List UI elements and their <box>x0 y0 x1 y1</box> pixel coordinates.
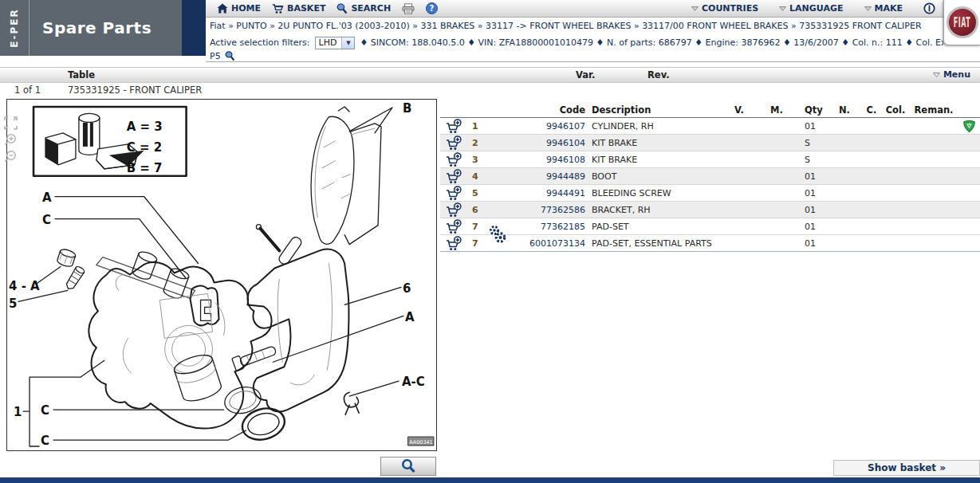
show-basket-button[interactable]: Show basket » <box>833 460 980 476</box>
part-code[interactable]: 9946104 <box>507 138 585 148</box>
row-number: 6 <box>467 205 486 215</box>
drawing-title: 735331925 - FRONT CALIPER <box>68 84 202 96</box>
svg-text:AA00341: AA00341 <box>409 439 433 446</box>
part-description: CYLINDER, RH <box>585 121 720 132</box>
row-number: 1 <box>467 121 486 132</box>
part-code[interactable]: 77362185 <box>507 222 585 232</box>
part-code[interactable]: 9944491 <box>507 188 585 198</box>
callout-5: 5 <box>9 296 17 311</box>
add-to-basket-button[interactable] <box>440 152 467 168</box>
page-indicator: 1 of 1 <box>14 84 41 96</box>
filter-search-icon[interactable] <box>225 51 235 61</box>
fiat-logo-text: FIAT <box>954 15 970 30</box>
basket-button[interactable]: BASKET <box>272 3 325 14</box>
drive-select-value: LHD <box>316 37 342 48</box>
print-button[interactable] <box>402 3 415 14</box>
table-row[interactable]: 4 9944489 BOOT 01 <box>440 168 980 185</box>
chevron-down-icon <box>864 6 872 11</box>
add-to-basket-button[interactable] <box>440 169 467 185</box>
zoom-out-icon[interactable] <box>4 150 18 163</box>
search-button[interactable]: SEARCH <box>337 3 391 14</box>
callout-6: 6 <box>403 281 411 296</box>
select-arrow-icon: ▼ <box>341 37 354 49</box>
parts-table-body: 1 9946107 CYLINDER, RH 01 <box>440 118 980 252</box>
diagram-search-button[interactable] <box>380 457 436 476</box>
zoom-in-icon[interactable] <box>4 133 18 147</box>
info-icon <box>923 2 935 14</box>
info-button[interactable] <box>923 2 935 14</box>
table-row[interactable]: 1 9946107 CYLINDER, RH 01 <box>440 118 980 135</box>
nav-right-group: COUNTRIES LANGUAGE MAKE <box>671 2 935 14</box>
help-button[interactable]: ? <box>426 2 438 14</box>
piston-drawing <box>172 351 223 405</box>
guide-pin-drawing <box>232 344 277 371</box>
add-to-basket-button[interactable] <box>440 186 467 202</box>
row-number: 2 <box>467 138 486 148</box>
part-description: PAD-SET <box>585 222 720 232</box>
add-to-basket-icon <box>445 219 462 235</box>
add-to-basket-button[interactable] <box>440 135 467 151</box>
filters-values: ♦ SINCOM: 188.040.5.0 ♦ VIN: ZFA18800001… <box>360 37 943 48</box>
countries-menu[interactable]: COUNTRIES <box>691 3 758 14</box>
add-to-basket-button[interactable] <box>440 219 467 235</box>
home-label: HOME <box>231 3 261 14</box>
brand-block: E-PER Spare Parts <box>0 0 182 56</box>
part-qty: 01 <box>795 222 827 232</box>
fiat-logo-circle: FIAT <box>947 6 978 38</box>
table-row[interactable]: 7 77362185 PAD-SET 01 <box>440 218 980 235</box>
row-number: 3 <box>467 155 486 165</box>
printer-icon <box>402 3 415 14</box>
add-to-basket-icon <box>445 186 462 202</box>
caliper-body-drawing <box>89 262 271 429</box>
fiat-logo[interactable]: FIAT <box>943 0 980 45</box>
part-description: PAD-SET, ESSENTIAL PARTS <box>585 238 720 249</box>
help-icon: ? <box>426 2 438 14</box>
countries-label: COUNTRIES <box>702 3 758 14</box>
table-row[interactable]: 5 9944491 BLEEDING SCREW 01 <box>440 185 980 202</box>
part-description: KIT BRAKE <box>585 138 720 148</box>
row-number: 7 <box>467 238 486 249</box>
part-qty: 01 <box>795 205 827 215</box>
col-n: N. <box>827 104 862 116</box>
chevron-down-icon <box>933 73 940 77</box>
add-to-basket-icon <box>445 236 462 252</box>
part-code[interactable]: 9946108 <box>507 155 585 165</box>
callout-c-bottom2: C <box>41 434 49 448</box>
make-menu[interactable]: MAKE <box>864 3 903 14</box>
part-qty: 01 <box>795 121 827 132</box>
drive-select[interactable]: LHD ▼ <box>315 37 356 49</box>
reman-icon <box>962 120 976 133</box>
part-qty: 01 <box>795 171 827 182</box>
col-code: Code <box>507 104 585 116</box>
chevron-down-icon <box>691 6 699 11</box>
brand-accent-strip <box>182 0 206 56</box>
legend-box <box>33 107 187 176</box>
legend-line-c: C = 2 <box>127 140 162 155</box>
table-row[interactable]: 6 77362586 BRACKET, RH 01 <box>440 202 980 218</box>
app-title: Spare Parts <box>30 18 152 37</box>
add-to-basket-button[interactable] <box>440 202 467 218</box>
col-m: M. <box>758 104 795 116</box>
table-row[interactable]: 3 9946108 KIT BRAKE S <box>440 151 980 168</box>
table-row[interactable]: 2 9946104 KIT BRAKE S <box>440 135 980 151</box>
breadcrumb: Fiat » PUNTO » 2U PUNTO FL.'03 (2003-201… <box>206 18 943 34</box>
part-code[interactable]: 9946107 <box>507 121 585 132</box>
part-code[interactable]: 6001073134 <box>507 238 585 249</box>
legend-line-b: B = 7 <box>127 161 163 175</box>
language-menu[interactable]: LANGUAGE <box>779 3 843 14</box>
home-button[interactable]: HOME <box>217 3 261 14</box>
fit-view-icon[interactable] <box>4 116 18 130</box>
eper-vertical-logo: E-PER <box>0 0 30 56</box>
add-to-basket-icon <box>445 135 462 151</box>
part-code[interactable]: 9944489 <box>507 171 585 182</box>
part-qty: S <box>795 155 827 165</box>
legend-line-a: A = 3 <box>127 120 163 134</box>
add-to-basket-button[interactable] <box>440 236 467 252</box>
callout-c-bottom1: C <box>41 403 49 418</box>
table-toolbar: Table Var. Rev. Menu <box>0 67 980 83</box>
table-row[interactable]: 7 6001073134 PAD-SET, ESSENTIAL PARTS 01 <box>440 235 980 252</box>
add-to-basket-button[interactable] <box>440 119 467 135</box>
part-code[interactable]: 77362586 <box>507 205 585 215</box>
add-to-basket-icon <box>445 119 462 135</box>
menu-button[interactable]: Menu <box>933 69 970 80</box>
